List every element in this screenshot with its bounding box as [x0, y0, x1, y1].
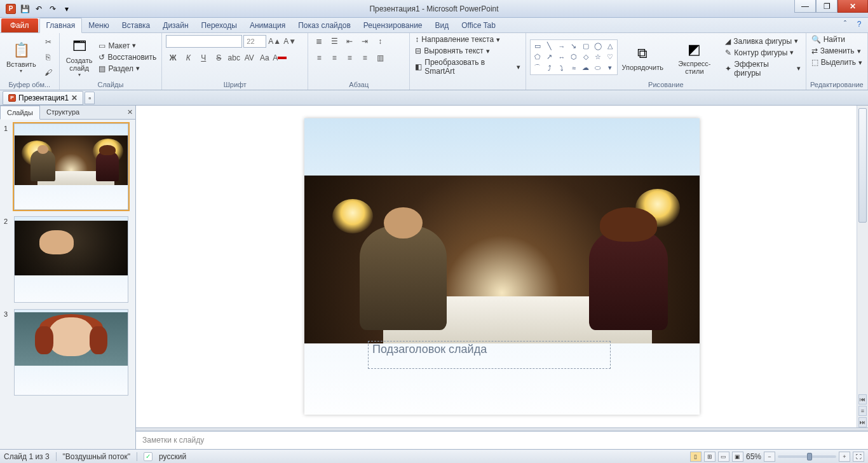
scrollbar-thumb[interactable] [858, 108, 867, 223]
bullets-button[interactable]: ≣ [312, 34, 326, 48]
ribbon-minimize-button[interactable]: ˆ [840, 19, 850, 29]
inc-indent-button[interactable]: ⇥ [358, 34, 372, 48]
replace-button[interactable]: ⇄Заменить ▾ [810, 46, 862, 56]
qat-customize-button[interactable]: ▾ [60, 2, 74, 16]
numbering-button[interactable]: ☰ [327, 34, 341, 48]
qat-save-button[interactable]: 💾 [18, 2, 32, 16]
thumbnail-3[interactable] [14, 309, 128, 396]
reading-view-button[interactable]: ▭ [718, 452, 729, 462]
tab-office[interactable]: Office Tab [455, 18, 502, 32]
next-slide-button[interactable]: ⏭ [858, 417, 867, 427]
ribbon: 📋 Вставить ▾ ✂ ⎘ 🖌 Буфер обм... 🗔 Создат… [0, 33, 868, 90]
grow-font-button[interactable]: A▲ [268, 34, 281, 48]
tab-review[interactable]: Рецензирование [357, 18, 429, 32]
panel-tab-outline[interactable]: Структура [40, 106, 86, 119]
strike-button[interactable]: S [212, 51, 226, 65]
tab-view[interactable]: Вид [429, 18, 456, 32]
zoom-in-button[interactable]: + [839, 452, 850, 462]
new-doc-tab[interactable]: ▫ [85, 92, 95, 104]
minimize-button[interactable]: — [794, 0, 816, 13]
tab-home[interactable]: Главная [39, 18, 83, 33]
convert-smartart-button[interactable]: ◧Преобразовать в SmartArt ▾ [414, 57, 522, 76]
notes-pane[interactable]: Заметки к слайду [136, 431, 868, 449]
app-icon[interactable]: P [4, 2, 18, 16]
thumbnail-1[interactable] [14, 123, 128, 210]
shape-fill-button[interactable]: ◢Заливка фигуры ▾ [724, 36, 801, 46]
tab-animation[interactable]: Анимация [243, 18, 292, 32]
help-button[interactable]: ? [854, 19, 864, 29]
slide-canvas[interactable]: Подзаголовок слайда ⏮ ≡ ⏭ [136, 106, 868, 427]
panel-close-button[interactable]: ✕ [127, 108, 133, 116]
zoom-slider[interactable] [778, 455, 836, 458]
reset-button[interactable]: ↺Восстановить [97, 52, 158, 62]
vertical-scrollbar[interactable]: ⏮ ≡ ⏭ [857, 106, 868, 427]
prev-slide-button[interactable]: ⏮ [858, 394, 867, 404]
text-direction-button[interactable]: ↕Направление текста ▾ [414, 34, 501, 45]
tab-slideshow[interactable]: Показ слайдов [292, 18, 357, 32]
maximize-button[interactable]: ❐ [816, 0, 837, 13]
zoom-handle[interactable] [807, 453, 812, 460]
shrink-font-button[interactable]: A▼ [283, 34, 297, 48]
dec-indent-button[interactable]: ⇤ [342, 34, 356, 48]
subtitle-placeholder[interactable]: Подзаголовок слайда [368, 341, 611, 369]
slideshow-view-button[interactable]: ▣ [732, 452, 743, 462]
section-button[interactable]: ▤Раздел ▾ [97, 64, 158, 74]
tab-transitions[interactable]: Переходы [195, 18, 243, 32]
status-language[interactable]: русский [159, 452, 186, 461]
slide-image[interactable] [304, 176, 700, 343]
doc-tab-1[interactable]: P Презентация1 ✕ [3, 91, 83, 105]
font-name-combo[interactable] [166, 35, 242, 48]
close-button[interactable]: ✕ [837, 0, 868, 13]
shape-effects-button[interactable]: ✦Эффекты фигуры ▾ [724, 59, 801, 78]
bold-button[interactable]: Ж [166, 51, 180, 65]
copy-button[interactable]: ⎘ [41, 50, 55, 64]
align-center-button[interactable]: ≡ [327, 51, 341, 65]
thumbnail-2[interactable] [14, 216, 128, 303]
italic-button[interactable]: К [181, 51, 195, 65]
zoom-level[interactable]: 65% [746, 452, 761, 461]
char-spacing-button[interactable]: AV [242, 51, 256, 65]
shadow-button[interactable]: abc [227, 51, 241, 65]
panel-tab-slides[interactable]: Слайды [0, 106, 40, 120]
shape-outline-button[interactable]: ✎Контур фигуры ▾ [724, 48, 801, 58]
thumb-number-1: 1 [4, 123, 10, 210]
replace-icon: ⇄ [811, 46, 818, 55]
doc-tab-close[interactable]: ✕ [71, 93, 78, 102]
spellcheck-icon[interactable]: ✓ [144, 452, 153, 461]
slide-1[interactable]: Подзаголовок слайда [304, 118, 700, 415]
paste-button[interactable]: 📋 Вставить ▾ [4, 39, 39, 75]
align-left-button[interactable]: ≡ [312, 51, 326, 65]
normal-view-button[interactable]: ▯ [690, 452, 702, 462]
editor-area: Подзаголовок слайда ⏮ ≡ ⏭ Заметки к слай… [136, 106, 868, 449]
underline-button[interactable]: Ч [196, 51, 210, 65]
justify-button[interactable]: ≡ [358, 51, 372, 65]
arrange-button[interactable]: ⧉ Упорядочить [620, 42, 665, 73]
zoom-out-button[interactable]: − [764, 452, 775, 462]
sorter-view-button[interactable]: ⊞ [704, 452, 715, 462]
tab-file[interactable]: Файл [1, 18, 38, 32]
format-painter-button[interactable]: 🖌 [41, 66, 55, 79]
font-color-button[interactable]: A [273, 51, 287, 65]
thumbnails: 1 2 3 [0, 120, 135, 449]
select-button[interactable]: ⬚Выделить ▾ [810, 57, 864, 67]
group-drawing-label: Рисование [530, 79, 802, 90]
cut-button[interactable]: ✂ [41, 35, 55, 49]
tab-insert[interactable]: Вставка [116, 18, 157, 32]
tab-design[interactable]: Дизайн [156, 18, 194, 32]
qat-undo-button[interactable]: ↶ [32, 2, 46, 16]
qat-redo-button[interactable]: ↷ [46, 2, 60, 16]
fit-window-button[interactable]: ⛶ [853, 452, 864, 462]
find-button[interactable]: 🔍Найти [810, 34, 846, 45]
align-right-button[interactable]: ≡ [342, 51, 356, 65]
notes-placeholder: Заметки к слайду [142, 436, 204, 445]
shapes-gallery[interactable]: ▭╲→↘▢◯△ ⬠↗↔⬡◇☆♡ ⌒⤴⤵≈☁⬭▾ [530, 39, 618, 75]
columns-button[interactable]: ▥ [373, 51, 387, 65]
new-slide-button[interactable]: 🗔 Создать слайд ▾ [64, 35, 95, 79]
tab-menu[interactable]: Меню [82, 18, 115, 32]
font-size-combo[interactable] [243, 35, 266, 48]
line-spacing-button[interactable]: ↕ [373, 34, 387, 48]
change-case-button[interactable]: Aa [257, 51, 271, 65]
layout-button[interactable]: ▭Макет ▾ [97, 41, 158, 51]
align-text-button[interactable]: ⊟Выровнять текст ▾ [414, 46, 491, 56]
quick-styles-button[interactable]: ◩ Экспресс-стили [668, 38, 722, 76]
